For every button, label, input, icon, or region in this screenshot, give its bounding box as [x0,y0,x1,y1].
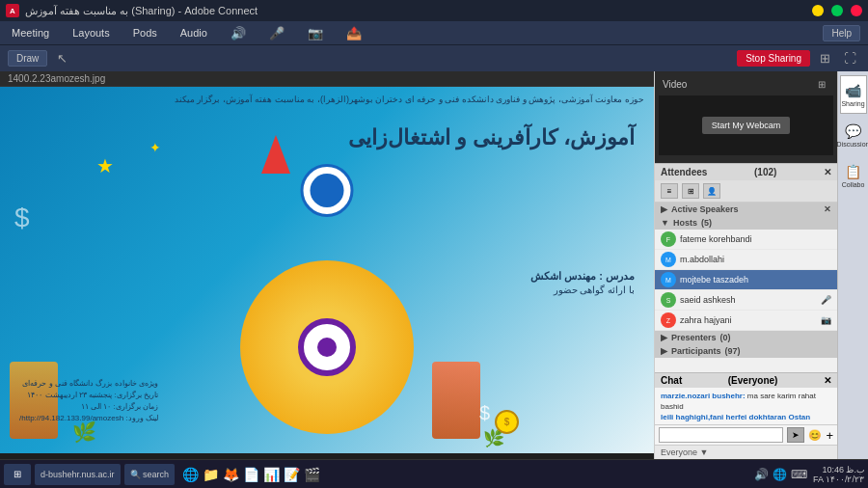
draw-button[interactable]: Draw [8,50,47,67]
taskbar: ⊞ d-bushehr.nus.ac.ir 🔍 search 🌐 📁 🦊 📄 📊… [0,459,868,488]
attendee-name-3: saeid ashkesh [680,295,736,305]
minimize-button[interactable] [812,5,824,16]
camera-icon[interactable]: 📷 [304,24,327,42]
participants-count: (97) [725,346,741,356]
sys-icon-2[interactable]: ⌨ [791,468,807,481]
help-button[interactable]: Help [823,25,860,41]
attendee-item-0: F fateme korehbandi [655,230,837,250]
start-button[interactable]: ⊞ [4,464,31,485]
attendees-list-btn[interactable]: ≡ [661,183,678,199]
chat-input-row: ➤ 😊 + [655,424,837,445]
menu-audio[interactable]: Audio [176,25,211,41]
taskbar-date-display: FA ۱۴۰۰/۲/۲۳ [813,474,864,484]
menu-layouts[interactable]: Layouts [68,25,114,41]
speaker-icon[interactable]: 🔊 [227,24,250,42]
sys-icon-1[interactable]: 🌐 [773,468,787,481]
main-area: 1400.2.23amozesh.jpg حوزه معاونت آموزشی،… [0,71,868,459]
presenters-count: (0) [720,333,731,342]
menu-bar: Meeting Layouts Pods Audio 🔊 🎤 📷 📤 Help [0,21,868,44]
slide-info: ویژه‌ی خانواده بزرگ دانشگاه فنی و حرفه‌ا… [19,378,158,424]
chat-messages: marzie.nozari bushehr: ma sare karim rah… [655,388,837,424]
figure-right [432,362,480,439]
attendee-item-4: Z zahra hajyani 📷 [655,311,837,331]
expand-icon[interactable]: ⛶ [840,49,860,68]
taskbar-apps-icon-6[interactable]: 📝 [284,467,300,482]
taskbar-apps-icon-7[interactable]: 🎬 [304,467,320,482]
sys-icon-0[interactable]: 🔊 [754,468,769,481]
sidebar-icons: 📹 Sharing 💬 Discussion 📋 Collabo [837,71,868,459]
stop-sharing-button[interactable]: Stop Sharing [737,50,810,67]
taskbar-apps-icon-4[interactable]: 📄 [243,467,259,482]
chat-input[interactable] [659,427,783,443]
target-decoration [298,318,356,376]
chat-add-icon[interactable]: + [826,428,833,443]
sharing-label: Sharing [841,100,864,107]
active-speakers-header: ▶ Active Speakers ✕ [655,203,837,216]
video-title: Video [663,79,687,90]
title-bar: A به مناسبت هفته آموزش (Sharing) - Adobe… [0,0,868,21]
collabo-label: Collabo [842,181,865,188]
sparkle-decoration: ✦ [149,140,161,155]
attendees-count: (102) [754,167,776,177]
taskbar-app-icons: 🌐 📁 🦊 📄 📊 📝 🎬 [182,467,320,482]
taskbar-time-display: 10:46 ب.ظ [813,465,864,474]
sidebar-collabo[interactable]: 📋 Collabo [840,156,867,195]
attendee-item-1: M m.abdollahi [655,250,837,270]
slide-container: حوزه معاونت آموزشی، پژوهش و فناوری دانشک… [0,87,654,453]
attendee-item-3: S saeid ashkesh 🎤 [655,290,837,311]
attendees-section: Attendees (102) ✕ ≡ ⊞ 👤 ▶ Active Speaker… [655,163,837,372]
slide-logo [301,164,354,217]
hosts-label: Hosts [673,218,697,228]
presenters-label: Presenters [671,333,717,342]
chat-message-0: marzie.nozari bushehr: ma sare karim rah… [661,391,831,412]
sidebar-discussion[interactable]: 💬 Discussion [840,116,867,154]
taskbar-apps-icon-1[interactable]: 🌐 [182,467,199,482]
close-button[interactable] [851,5,862,16]
chat-close-icon[interactable]: ✕ [824,375,831,386]
active-speakers-close[interactable]: ✕ [824,204,831,214]
attendee-name-4: zahra hajyani [680,315,732,325]
arrow-decoration [261,135,290,174]
chat-emoji-icon[interactable]: 😊 [808,429,822,442]
mic-icon[interactable]: 🎤 [265,24,288,42]
attendees-user-btn[interactable]: 👤 [703,183,720,199]
taskbar-item-0[interactable]: d-bushehr.nus.ac.ir [35,464,121,485]
avatar-4: Z [661,312,676,328]
menu-pods[interactable]: Pods [129,25,161,41]
maximize-button[interactable] [831,5,843,16]
discussion-icon: 💬 [845,123,861,139]
pointer-icon[interactable]: ↖ [53,49,71,68]
chat-section: Chat (Everyone) ✕ marzie.nozari bushehr:… [655,372,837,459]
presenters-group-header: ▶ Presenters (0) [655,331,837,344]
attendees-grid-btn[interactable]: ⊞ [682,183,699,199]
menu-meeting[interactable]: Meeting [8,25,53,41]
taskbar-apps-icon-5[interactable]: 📊 [263,467,280,482]
star-decoration: ★ [96,154,114,177]
taskbar-apps-icon-3[interactable]: 🦊 [223,467,239,482]
taskbar-right: 🔊 🌐 ⌨ 10:46 ب.ظ FA ۱۴۰۰/۲/۲۳ [754,465,864,484]
video-small-icon: 📷 [821,315,831,325]
sharing-icon: 📹 [845,83,861,98]
taskbar-label-0: d-bushehr.nus.ac.ir [41,470,115,479]
avatar-1: M [661,252,676,267]
taskbar-clock: 10:46 ب.ظ FA ۱۴۰۰/۲/۲۳ [813,465,864,484]
sidebar-sharing[interactable]: 📹 Sharing [840,75,867,114]
chat-title: Chat [661,375,682,386]
avatar-2: M [661,272,676,287]
window-title: به مناسبت هفته آموزش (Sharing) - Adobe C… [25,5,258,17]
taskbar-item-1[interactable]: 🔍 search [124,464,176,485]
attendees-close-icon[interactable]: ✕ [824,167,831,177]
dollar-sign-right: $ [479,402,490,424]
sub-toolbar: Draw ↖ Stop Sharing ⊞ ⛶ [0,44,868,71]
grid-icon[interactable]: ⊞ [816,49,834,68]
chat-send-button[interactable]: ➤ [787,427,804,443]
chat-scope: (Everyone) [728,375,778,386]
chat-to-dropdown[interactable]: Everyone ▼ [655,445,837,459]
chat-message-1: leili haghighi,fani herfei dokhtaran Ost… [661,412,831,424]
coin-decoration: $ [495,410,519,434]
webcam-button[interactable]: Start My Webcam [702,117,790,134]
sys-icons: 🔊 🌐 ⌨ [754,468,807,481]
share-icon[interactable]: 📤 [342,24,366,42]
taskbar-apps-icon-2[interactable]: 📁 [203,467,219,482]
video-grid-icon[interactable]: ⊞ [814,77,829,92]
